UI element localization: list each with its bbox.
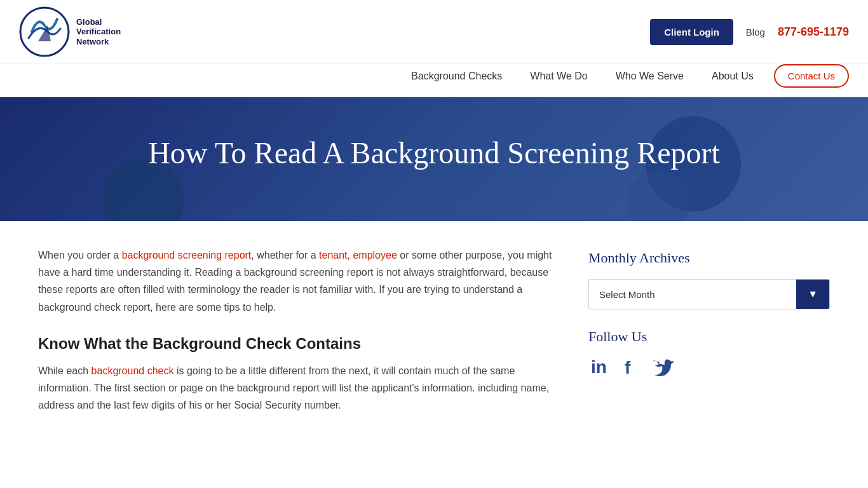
brand-line1: Global bbox=[76, 17, 121, 27]
linkedin-icon[interactable]: in bbox=[588, 356, 609, 381]
facebook-icon[interactable]: f bbox=[621, 356, 639, 381]
brand-line3: Network bbox=[76, 37, 121, 47]
contact-us-button[interactable]: Contact Us bbox=[774, 64, 849, 88]
follow-us-section: Follow Us in f bbox=[588, 329, 830, 381]
twitter-icon[interactable] bbox=[652, 356, 675, 381]
client-login-button[interactable]: Client Login bbox=[650, 19, 733, 45]
logo-text: Global Verification Network bbox=[76, 17, 121, 47]
select-month-arrow-icon[interactable]: ▼ bbox=[796, 280, 829, 309]
nav-background-checks[interactable]: Background Checks bbox=[397, 67, 516, 85]
intro-paragraph: When you order a background screening re… bbox=[38, 247, 563, 316]
header-actions: Client Login Blog 877-695-1179 bbox=[650, 19, 849, 45]
section1-heading: Know What the Background Check Contains bbox=[38, 335, 563, 353]
sidebar: Monthly Archives Select Month ▼ Follow U… bbox=[588, 247, 830, 426]
intro-text2: , whether for a bbox=[251, 250, 319, 261]
hero-banner: How To Read A Background Screening Repor… bbox=[0, 97, 868, 221]
main-content: When you order a background screening re… bbox=[0, 221, 868, 452]
logo-icon bbox=[19, 6, 70, 57]
select-month-text: Select Month bbox=[589, 280, 796, 309]
nav-who-we-serve[interactable]: Who We Serve bbox=[602, 67, 698, 85]
follow-us-heading: Follow Us bbox=[588, 329, 830, 345]
intro-text1: When you order a bbox=[38, 250, 122, 261]
tenant-employee-link[interactable]: tenant, employee bbox=[319, 250, 397, 261]
section1-paragraph: While each background check is going to … bbox=[38, 362, 563, 414]
article-body: When you order a background screening re… bbox=[38, 247, 563, 426]
main-nav: Background Checks What We Do Who We Serv… bbox=[0, 64, 868, 97]
blog-link[interactable]: Blog bbox=[746, 27, 765, 37]
background-screening-link[interactable]: background screening report bbox=[122, 250, 252, 261]
phone-link[interactable]: 877-695-1179 bbox=[778, 25, 849, 39]
hero-title: How To Read A Background Screening Repor… bbox=[19, 135, 849, 170]
social-icons-group: in f bbox=[588, 356, 830, 381]
svg-text:in: in bbox=[591, 357, 607, 377]
brand-line2: Verification bbox=[76, 27, 121, 37]
nav-what-we-do[interactable]: What We Do bbox=[516, 67, 601, 85]
site-header: Global Verification Network Client Login… bbox=[0, 0, 868, 64]
monthly-archives-heading: Monthly Archives bbox=[588, 250, 830, 266]
select-month-dropdown[interactable]: Select Month ▼ bbox=[588, 279, 830, 309]
svg-text:f: f bbox=[625, 358, 631, 377]
background-check-link[interactable]: background check bbox=[92, 365, 174, 376]
logo-area: Global Verification Network bbox=[19, 6, 121, 57]
nav-about-us[interactable]: About Us bbox=[698, 67, 768, 85]
section1-text1: While each bbox=[38, 365, 92, 376]
